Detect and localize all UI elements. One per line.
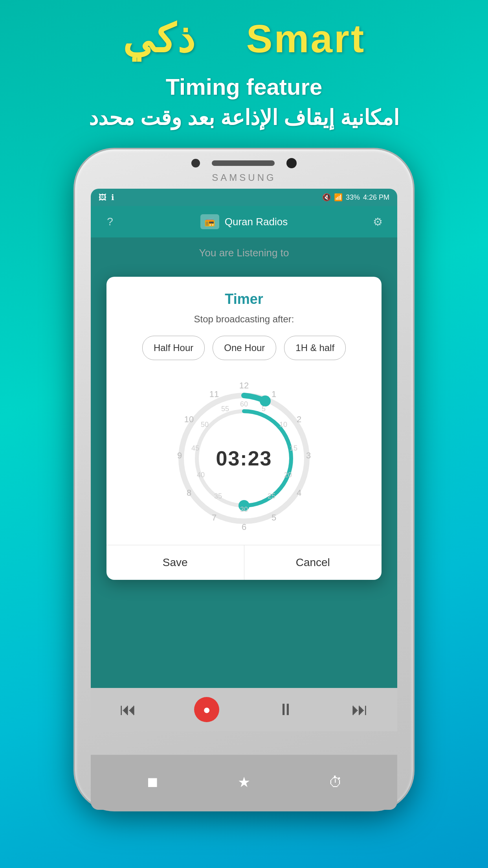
half-hour-button[interactable]: Half Hour bbox=[142, 336, 205, 360]
record-icon: ● bbox=[203, 702, 211, 717]
svg-text:8: 8 bbox=[187, 488, 191, 498]
help-button[interactable]: ? bbox=[100, 212, 120, 232]
timer-clock-area[interactable]: 12 1 2 3 4 5 6 7 8 9 10 11 60 bbox=[121, 372, 367, 545]
svg-text:10: 10 bbox=[279, 421, 287, 428]
timer-options: Half Hour One Hour 1H & half bbox=[121, 336, 367, 360]
svg-text:7: 7 bbox=[212, 513, 216, 522]
time-display: 03:23 bbox=[216, 447, 272, 470]
info-icon: ℹ bbox=[111, 193, 114, 202]
timer-dialog: Timer Stop broadcasting after: Half Hour… bbox=[106, 277, 382, 580]
app-title: Quran Radios bbox=[225, 216, 288, 228]
svg-text:11: 11 bbox=[209, 389, 219, 399]
cancel-button[interactable]: Cancel bbox=[244, 545, 382, 580]
stop-icon[interactable]: ⏹ bbox=[141, 771, 164, 794]
gear-icon: ⚙ bbox=[373, 215, 383, 228]
screen-icon: 🖼 bbox=[99, 193, 106, 202]
favorites-icon[interactable]: ★ bbox=[232, 771, 256, 794]
svg-text:12: 12 bbox=[239, 381, 249, 390]
app-header: ? 📻 Quran Radios ⚙ bbox=[91, 206, 397, 237]
one-hour-button[interactable]: One Hour bbox=[213, 336, 276, 360]
battery-percent: 33% bbox=[346, 193, 360, 202]
svg-text:1: 1 bbox=[272, 389, 276, 399]
top-promo-area: ذكي Smart Timing feature امكانية إيقاف ا… bbox=[0, 16, 488, 131]
samsung-brand: SAMSUNG bbox=[212, 172, 276, 183]
forward-button[interactable]: ⏭ bbox=[352, 700, 368, 719]
svg-text:60: 60 bbox=[240, 400, 248, 408]
phone-screen: 🖼 ℹ 🔇 📶 33% 4:26 PM ? 📻 Quran Radios ⚙ bbox=[91, 189, 397, 731]
front-sensor bbox=[191, 159, 200, 167]
help-icon: ? bbox=[107, 215, 113, 228]
save-button[interactable]: Save bbox=[106, 545, 244, 580]
bottom-navigation-bar: ⏹ ★ ⏱ bbox=[91, 755, 397, 810]
wifi-icon: 📶 bbox=[334, 193, 343, 202]
one-half-hour-button[interactable]: 1H & half bbox=[284, 336, 346, 360]
arabic-subtitle-text: امكانية إيقاف الإذاعة بعد وقت محدد bbox=[0, 104, 488, 131]
smart-title: ذكي Smart bbox=[0, 16, 488, 62]
phone-device: SAMSUNG 🖼 ℹ 🔇 📶 33% 4:26 PM ? 📻 Quran Ra… bbox=[75, 149, 413, 810]
svg-text:2: 2 bbox=[297, 414, 301, 424]
clock-time: 4:26 PM bbox=[363, 193, 389, 202]
svg-text:20: 20 bbox=[284, 471, 292, 479]
svg-text:35: 35 bbox=[214, 492, 222, 500]
header-title-area: 📻 Quran Radios bbox=[200, 214, 288, 229]
status-right-info: 🔇 📶 33% 4:26 PM bbox=[322, 193, 389, 202]
status-bar: 🖼 ℹ 🔇 📶 33% 4:26 PM bbox=[91, 189, 397, 206]
status-left-icons: 🖼 ℹ bbox=[99, 193, 114, 202]
svg-text:3: 3 bbox=[306, 451, 311, 460]
svg-text:25: 25 bbox=[268, 492, 275, 500]
dialog-overlay: Timer Stop broadcasting after: Half Hour… bbox=[91, 237, 397, 731]
dialog-actions: Save Cancel bbox=[106, 545, 382, 580]
mute-icon: 🔇 bbox=[322, 193, 331, 202]
svg-text:4: 4 bbox=[297, 488, 301, 498]
svg-text:6: 6 bbox=[242, 522, 246, 532]
timer-icon[interactable]: ⏱ bbox=[324, 771, 347, 794]
timer-dialog-title: Timer bbox=[121, 291, 367, 307]
player-controls: ⏮ ● ⏸ ⏭ bbox=[91, 688, 397, 731]
timer-dialog-subtitle: Stop broadcasting after: bbox=[121, 314, 367, 325]
svg-text:10: 10 bbox=[184, 414, 194, 424]
timing-feature-text: Timing feature bbox=[0, 74, 488, 100]
phone-top-sensors bbox=[191, 158, 297, 168]
svg-text:5: 5 bbox=[262, 405, 266, 413]
rewind-button[interactable]: ⏮ bbox=[120, 700, 136, 719]
record-button[interactable]: ● bbox=[194, 697, 219, 722]
radio-icon: 📻 bbox=[200, 214, 219, 229]
front-camera bbox=[286, 158, 297, 168]
settings-button[interactable]: ⚙ bbox=[368, 212, 388, 232]
pause-button[interactable]: ⏸ bbox=[277, 700, 294, 719]
svg-text:40: 40 bbox=[197, 471, 205, 479]
svg-text:5: 5 bbox=[272, 513, 276, 522]
svg-text:45: 45 bbox=[191, 444, 199, 452]
svg-text:9: 9 bbox=[177, 451, 182, 460]
svg-text:30: 30 bbox=[240, 506, 248, 513]
earpiece-speaker bbox=[212, 160, 275, 166]
svg-text:55: 55 bbox=[221, 405, 229, 413]
svg-text:50: 50 bbox=[201, 421, 209, 428]
svg-text:15: 15 bbox=[290, 444, 297, 452]
